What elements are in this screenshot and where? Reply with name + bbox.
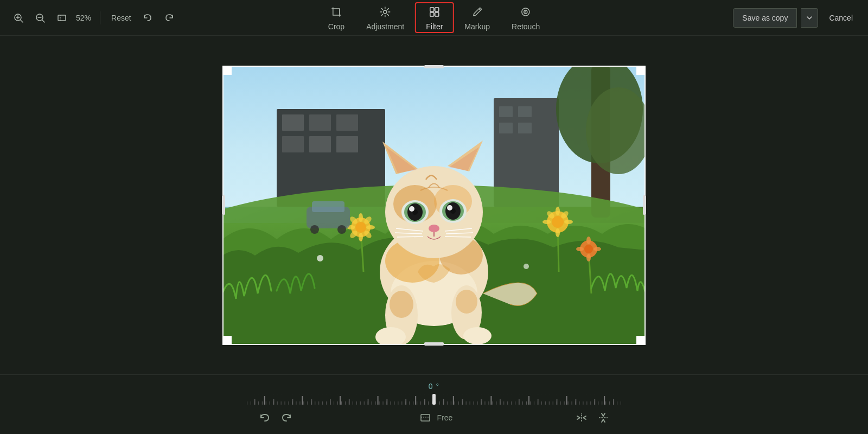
svg-point-17 [525, 11, 526, 12]
svg-rect-11 [435, 8, 439, 11]
svg-point-109 [337, 225, 346, 234]
svg-point-86 [409, 206, 414, 212]
zoom-level: 52% [76, 14, 91, 22]
tab-markup-label: Markup [464, 22, 490, 31]
svg-point-105 [456, 290, 477, 314]
svg-rect-30 [518, 123, 532, 133]
ruler-track[interactable] [244, 394, 624, 405]
svg-point-42 [359, 233, 363, 241]
toolbar-right: Save as copy Cancel [733, 8, 859, 28]
svg-rect-10 [430, 8, 434, 11]
svg-point-104 [390, 291, 413, 318]
zoom-out-button[interactable] [30, 8, 50, 28]
cat-image [222, 66, 646, 345]
svg-point-53 [556, 228, 560, 237]
svg-rect-27 [499, 106, 513, 117]
svg-rect-23 [309, 136, 331, 152]
image-wrapper [222, 66, 646, 345]
reset-button[interactable]: Reset [107, 11, 136, 24]
retouch-icon [520, 7, 531, 20]
svg-point-55 [564, 220, 573, 224]
svg-rect-117 [421, 414, 430, 421]
canvas-area [0, 36, 868, 374]
bottom-actions: Free [244, 408, 624, 427]
fit-view-button[interactable] [52, 8, 72, 28]
svg-line-99 [445, 237, 471, 237]
redo-button[interactable] [159, 8, 179, 28]
crop-icon [331, 7, 342, 20]
svg-rect-22 [282, 136, 304, 152]
tab-markup[interactable]: Markup [454, 2, 501, 33]
flip-vertical-button[interactable] [593, 408, 613, 427]
cancel-button[interactable]: Cancel [822, 8, 859, 28]
svg-point-44 [366, 225, 375, 229]
filter-icon [429, 7, 440, 20]
bottom-bar: 0 ° [0, 374, 868, 434]
svg-line-14 [479, 9, 481, 10]
toolbar-center: Crop Adjustment Filter [317, 2, 551, 33]
svg-point-64 [593, 247, 601, 251]
svg-point-40 [355, 222, 366, 233]
rotate-right-button[interactable] [277, 408, 296, 427]
svg-point-65 [317, 255, 323, 261]
toolbar-left: 52% Reset [9, 8, 179, 28]
svg-point-41 [359, 213, 363, 222]
tab-adjustment[interactable]: Adjustment [355, 2, 415, 33]
zoom-in-button[interactable] [9, 8, 28, 28]
svg-rect-13 [435, 12, 439, 16]
rotate-left-button[interactable] [255, 408, 275, 427]
svg-point-52 [556, 207, 560, 215]
svg-point-63 [576, 247, 584, 251]
svg-point-91 [447, 205, 452, 210]
toolbar: 52% Reset Crop [0, 0, 868, 36]
svg-line-5 [42, 20, 44, 22]
svg-point-62 [586, 254, 591, 261]
tab-adjustment-label: Adjustment [366, 22, 404, 31]
svg-point-61 [586, 237, 591, 244]
undo-button[interactable] [138, 8, 157, 28]
adjustment-icon [380, 7, 391, 20]
tab-retouch-label: Retouch [512, 22, 540, 31]
flip-group [572, 408, 613, 427]
svg-rect-7 [58, 15, 66, 21]
svg-rect-28 [518, 106, 532, 117]
svg-rect-20 [282, 114, 304, 131]
svg-rect-116 [432, 394, 436, 405]
svg-rect-12 [430, 12, 434, 16]
svg-rect-24 [336, 114, 358, 131]
ruler-ticks-svg [245, 394, 623, 405]
free-group: Free [416, 408, 453, 427]
svg-point-9 [384, 10, 387, 14]
toolbar-divider [100, 11, 100, 24]
svg-line-1 [21, 20, 23, 22]
tab-retouch[interactable]: Retouch [501, 2, 551, 33]
svg-point-92 [429, 225, 439, 232]
svg-point-68 [524, 264, 529, 269]
rotate-group [255, 408, 296, 427]
svg-rect-25 [336, 136, 358, 152]
tab-filter-label: Filter [426, 22, 443, 31]
free-label: Free [437, 413, 453, 422]
svg-rect-107 [312, 201, 344, 212]
svg-line-96 [397, 237, 423, 237]
markup-icon [472, 7, 483, 20]
tab-filter[interactable]: Filter [415, 2, 454, 33]
save-copy-dropdown[interactable] [801, 8, 818, 28]
save-copy-button[interactable]: Save as copy [733, 8, 797, 28]
angle-display: 0 ° [429, 382, 439, 391]
flip-horizontal-button[interactable] [572, 408, 591, 427]
free-aspect-button[interactable] [416, 408, 435, 427]
svg-point-60 [584, 245, 593, 253]
tab-crop-label: Crop [328, 22, 344, 31]
svg-point-103 [463, 327, 492, 344]
svg-point-108 [310, 225, 319, 234]
svg-point-54 [542, 220, 551, 224]
tab-crop[interactable]: Crop [317, 2, 355, 33]
svg-rect-29 [499, 123, 513, 133]
svg-rect-21 [309, 114, 331, 131]
